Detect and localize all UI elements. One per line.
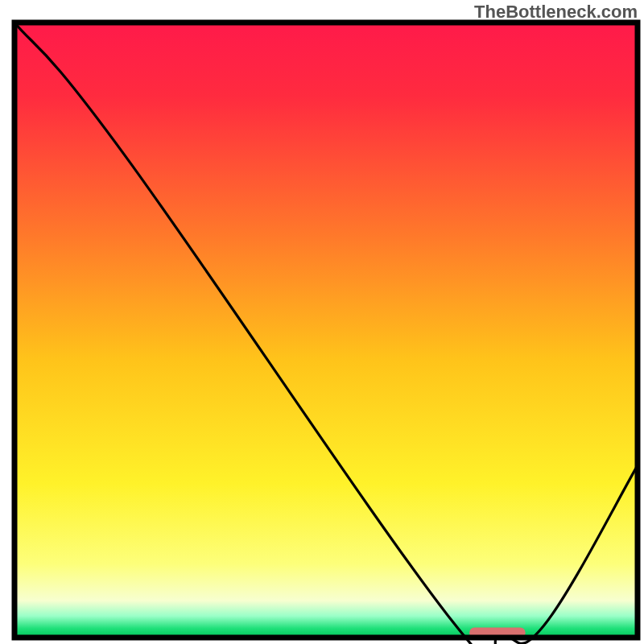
gradient-background bbox=[14, 23, 638, 638]
chart-svg bbox=[0, 0, 644, 644]
watermark-text: TheBottleneck.com bbox=[474, 2, 638, 23]
bottleneck-chart: TheBottleneck.com bbox=[0, 0, 644, 644]
